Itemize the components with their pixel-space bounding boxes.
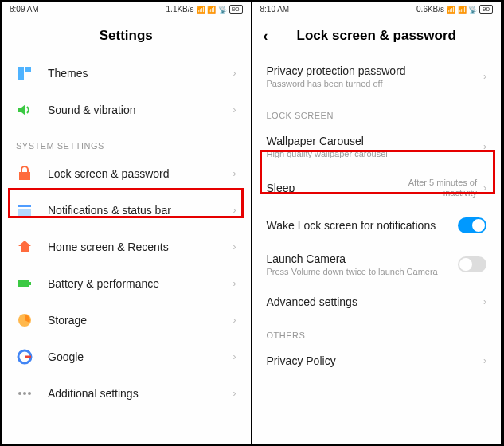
svg-point-12: [23, 392, 26, 395]
section-others: OTHERS: [252, 318, 502, 345]
themes-icon: [16, 65, 33, 82]
toggle-wake[interactable]: [458, 217, 486, 233]
status-speed: 1.1KB/s: [166, 5, 194, 14]
chevron-right-icon: ›: [483, 71, 486, 82]
status-time: 8:09 AM: [10, 5, 39, 14]
item-label: Google: [48, 350, 227, 363]
item-themes[interactable]: Themes ›: [2, 55, 251, 92]
item-sleep[interactable]: Sleep After 5 minutes of inactivity ›: [252, 168, 502, 208]
chevron-right-icon: ›: [233, 68, 236, 79]
chevron-right-icon: ›: [483, 296, 486, 307]
item-label: Launch Camera: [267, 252, 459, 265]
item-label: Sleep: [267, 182, 390, 194]
settings-screen: 8:09 AM 1.1KB/s 📶 📶 📡 90 Settings Themes…: [2, 2, 252, 444]
page-title: Lock screen & password: [297, 28, 456, 44]
sound-icon: [16, 101, 33, 119]
svg-rect-3: [19, 172, 30, 180]
chevron-right-icon: ›: [233, 168, 236, 179]
chevron-right-icon: ›: [233, 205, 236, 216]
page-title: Settings: [100, 28, 153, 44]
status-right: 1.1KB/s 📶 📶 📡 90: [166, 5, 243, 14]
item-advanced[interactable]: Advanced settings ›: [252, 286, 502, 318]
chevron-right-icon: ›: [233, 241, 236, 252]
svg-rect-5: [18, 209, 31, 216]
svg-marker-2: [18, 104, 25, 115]
battery-icon: [16, 275, 33, 292]
item-label: Additional settings: [48, 387, 227, 400]
item-label: Notifications & status bar: [48, 204, 227, 217]
chevron-right-icon: ›: [233, 351, 236, 362]
item-privacy-password[interactable]: Privacy protection password Password has…: [252, 55, 502, 98]
svg-rect-8: [29, 282, 31, 285]
item-label: Home screen & Recents: [48, 241, 227, 253]
section-lockscreen: LOCK SCREEN: [252, 98, 502, 125]
status-bar-left: 8:09 AM 1.1KB/s 📶 📶 📡 90: [2, 2, 251, 17]
status-icons: 📶 📶 📡: [197, 6, 227, 14]
google-icon: [16, 348, 33, 366]
status-right: 0.6KB/s 📶 📶 📡 90: [416, 5, 493, 14]
back-button[interactable]: ‹: [264, 28, 268, 45]
status-time: 8:10 AM: [260, 5, 290, 14]
svg-marker-6: [18, 241, 31, 252]
lockscreen-settings-screen: 8:10 AM 0.6KB/s 📶 📶 📡 90 ‹ Lock screen &…: [252, 2, 503, 444]
header-left: Settings: [2, 17, 251, 55]
item-label: Advanced settings: [267, 295, 478, 308]
chevron-right-icon: ›: [483, 355, 486, 366]
item-google[interactable]: Google ›: [2, 338, 251, 375]
chevron-right-icon: ›: [233, 315, 236, 326]
additional-icon: [16, 385, 33, 402]
svg-point-13: [28, 392, 31, 395]
item-storage[interactable]: Storage ›: [2, 302, 251, 338]
chevron-right-icon: ›: [483, 182, 486, 194]
item-label: Storage: [48, 314, 227, 327]
item-label: Privacy protection password: [267, 65, 478, 77]
item-label: Privacy Policy: [267, 354, 478, 367]
header-right: ‹ Lock screen & password: [252, 17, 502, 55]
item-sub: Password has been turned off: [267, 79, 478, 88]
item-label: Wake Lock screen for notifications: [267, 219, 459, 232]
chevron-right-icon: ›: [233, 104, 236, 115]
svg-rect-7: [18, 280, 29, 287]
svg-point-11: [18, 392, 21, 395]
item-additional[interactable]: Additional settings ›: [2, 375, 251, 412]
item-sound[interactable]: Sound & vibration ›: [2, 92, 251, 128]
status-bar-right: 8:10 AM 0.6KB/s 📶 📶 📡 90: [252, 2, 502, 17]
status-speed: 0.6KB/s: [416, 5, 444, 14]
status-icons: 📶 📶 📡: [447, 6, 477, 14]
item-label: Battery & performance: [48, 277, 227, 290]
section-system: SYSTEM SETTINGS: [2, 128, 251, 155]
item-launch-camera[interactable]: Launch Camera Press Volume down twice to…: [252, 243, 502, 286]
item-battery[interactable]: Battery & performance ›: [2, 265, 251, 302]
item-privacy-policy[interactable]: Privacy Policy ›: [252, 345, 502, 377]
lock-icon: [16, 165, 33, 182]
item-label: Themes: [48, 67, 227, 80]
item-sub: High quality wallpaper carousel: [267, 149, 478, 158]
battery-icon: 90: [229, 5, 243, 14]
battery-icon: 90: [479, 5, 493, 14]
chevron-right-icon: ›: [233, 278, 236, 289]
item-sub: Press Volume down twice to launch Camera: [267, 267, 459, 276]
lockscreen-list: Privacy protection password Password has…: [252, 55, 502, 444]
settings-list: Themes › Sound & vibration › SYSTEM SETT…: [2, 55, 251, 444]
item-label: Wallpaper Carousel: [267, 135, 478, 147]
chevron-right-icon: ›: [233, 388, 236, 399]
item-wake-lock[interactable]: Wake Lock screen for notifications: [252, 208, 502, 243]
toggle-camera[interactable]: [458, 256, 486, 272]
svg-rect-4: [18, 205, 31, 207]
storage-icon: [16, 311, 33, 329]
item-notifications[interactable]: Notifications & status bar ›: [2, 192, 251, 229]
item-value: After 5 minutes of inactivity: [389, 178, 477, 198]
item-label: Sound & vibration: [48, 104, 227, 116]
item-lockscreen[interactable]: Lock screen & password ›: [2, 155, 251, 192]
item-label: Lock screen & password: [48, 167, 227, 180]
item-wallpaper-carousel[interactable]: Wallpaper Carousel High quality wallpape…: [252, 125, 502, 168]
item-homescreen[interactable]: Home screen & Recents ›: [2, 229, 251, 265]
chevron-right-icon: ›: [483, 141, 486, 152]
svg-rect-0: [18, 67, 24, 80]
notifications-icon: [16, 201, 33, 219]
home-icon: [16, 238, 33, 256]
svg-rect-1: [25, 67, 31, 72]
